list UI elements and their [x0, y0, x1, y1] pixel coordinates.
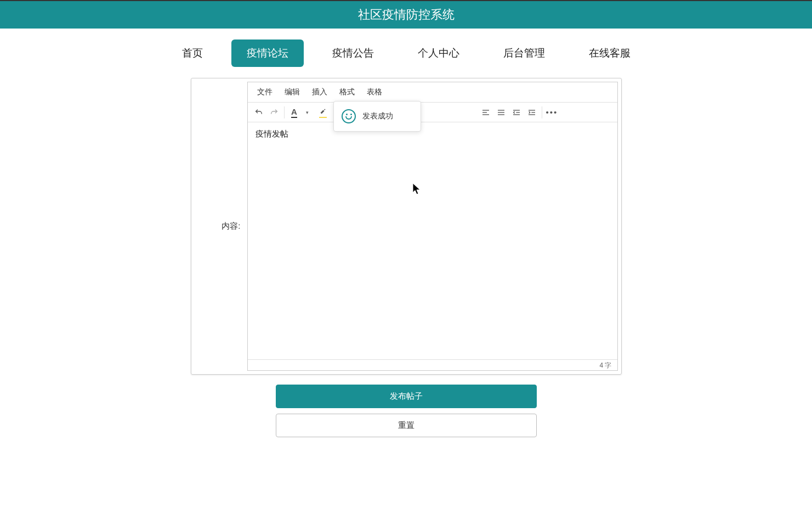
editor-toolbar: A ▾ ▾ B I: [248, 103, 617, 122]
outdent-button[interactable]: [509, 105, 524, 120]
main-nav: 首页 疫情论坛 疫情公告 个人中心 后台管理 在线客服: [0, 29, 812, 78]
rich-editor: 文件 编辑 插入 格式 表格 A ▾ ▾ B: [247, 82, 618, 371]
align-justify-icon: [497, 108, 506, 117]
indent-button[interactable]: [524, 105, 540, 120]
highlight-icon: [319, 107, 327, 118]
word-count: 4 字: [599, 362, 611, 369]
nav-profile[interactable]: 个人中心: [402, 39, 475, 67]
redo-icon: [270, 108, 279, 117]
nav-announcement[interactable]: 疫情公告: [317, 39, 389, 67]
smile-icon: [342, 109, 356, 123]
nav-home[interactable]: 首页: [167, 39, 218, 67]
app-title: 社区疫情防控系统: [358, 8, 455, 21]
align-left-button[interactable]: [478, 105, 493, 120]
outdent-icon: [512, 108, 521, 117]
editor-menubar: 文件 编辑 插入 格式 表格: [248, 82, 617, 103]
undo-button[interactable]: [251, 105, 266, 120]
app-header: 社区疫情防控系统: [0, 1, 812, 29]
publish-button[interactable]: 发布帖子: [276, 385, 537, 408]
reset-button[interactable]: 重置: [276, 414, 537, 437]
indent-icon: [527, 108, 536, 117]
menu-format[interactable]: 格式: [334, 86, 360, 99]
success-toast: 发表成功: [333, 101, 421, 132]
align-left-icon: [481, 108, 490, 117]
editor-textarea[interactable]: 疫情发帖: [248, 122, 617, 359]
form-actions: 发布帖子 重置: [276, 385, 537, 437]
menu-edit[interactable]: 编辑: [280, 86, 305, 99]
nav-admin[interactable]: 后台管理: [488, 39, 560, 67]
toast-message: 发表成功: [362, 111, 393, 121]
menu-table[interactable]: 表格: [362, 86, 387, 99]
more-button[interactable]: •••: [544, 105, 560, 120]
redo-button[interactable]: [266, 105, 282, 120]
nav-support[interactable]: 在线客服: [573, 39, 646, 67]
text-color-icon: A: [291, 107, 297, 118]
nav-forum[interactable]: 疫情论坛: [231, 39, 304, 67]
align-justify-button[interactable]: [493, 105, 509, 120]
content-label: 内容:: [195, 221, 247, 232]
menu-insert[interactable]: 插入: [307, 86, 332, 99]
undo-icon: [254, 108, 263, 117]
mouse-cursor: [412, 183, 422, 198]
more-icon: •••: [546, 108, 558, 117]
text-color-dropdown[interactable]: ▾: [300, 105, 315, 120]
menu-file[interactable]: 文件: [252, 86, 277, 99]
editor-footer: 4 字: [248, 359, 617, 370]
